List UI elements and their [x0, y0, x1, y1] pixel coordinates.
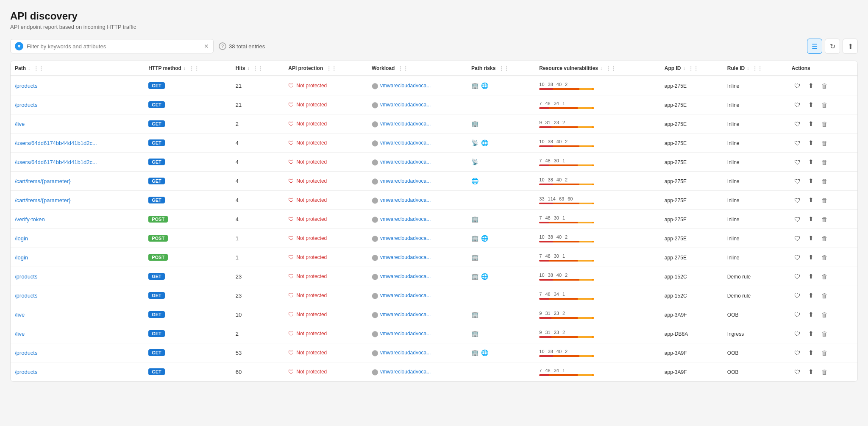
- delete-action-button[interactable]: 🗑: [819, 251, 831, 263]
- delete-action-button[interactable]: 🗑: [819, 213, 831, 225]
- path-link[interactable]: /users/64dd6174bb44d41b1d2c...: [15, 140, 97, 146]
- protect-action-button[interactable]: 🛡: [792, 309, 804, 320]
- workload-value[interactable]: vmwarecloudadvoca...: [380, 369, 431, 375]
- export-action-button[interactable]: ⬆: [805, 80, 817, 92]
- building-icon[interactable]: 🏢: [471, 216, 479, 223]
- workload-value[interactable]: vmwarecloudadvoca...: [380, 83, 431, 89]
- path-link[interactable]: /cart/items/{parameter}: [15, 178, 71, 184]
- col-resource-vulns[interactable]: Resource vulnerabilities ↕ ⋮⋮: [535, 61, 660, 76]
- building-icon[interactable]: 🏢: [471, 330, 479, 337]
- path-link[interactable]: /login: [15, 254, 28, 261]
- protect-action-button[interactable]: 🛡: [792, 175, 804, 187]
- building-icon[interactable]: 🏢: [471, 235, 479, 242]
- protect-action-button[interactable]: 🛡: [792, 80, 804, 92]
- export-action-button[interactable]: ⬆: [805, 309, 817, 320]
- protect-action-button[interactable]: 🛡: [792, 232, 804, 244]
- workload-value[interactable]: vmwarecloudadvoca...: [380, 235, 431, 241]
- export-action-button[interactable]: ⬆: [805, 99, 817, 111]
- globe-icon[interactable]: 🌐: [481, 139, 488, 146]
- delete-action-button[interactable]: 🗑: [819, 99, 831, 111]
- building-icon[interactable]: 🏢: [471, 120, 479, 127]
- export-action-button[interactable]: ⬆: [805, 251, 817, 263]
- table-view-button[interactable]: ☰: [807, 39, 822, 54]
- workload-value[interactable]: vmwarecloudadvoca...: [380, 216, 431, 222]
- protect-action-button[interactable]: 🛡: [792, 118, 804, 130]
- export-action-button[interactable]: ⬆: [805, 156, 817, 168]
- delete-action-button[interactable]: 🗑: [819, 175, 831, 187]
- export-action-button[interactable]: ⬆: [805, 118, 817, 130]
- export-action-button[interactable]: ⬆: [805, 175, 817, 187]
- building-icon[interactable]: 🏢: [471, 311, 479, 318]
- workload-value[interactable]: vmwarecloudadvoca...: [380, 140, 431, 146]
- workload-value[interactable]: vmwarecloudadvoca...: [380, 159, 431, 165]
- globe-icon[interactable]: 🌐: [481, 273, 488, 280]
- delete-action-button[interactable]: 🗑: [819, 347, 831, 359]
- globe-icon[interactable]: 🌐: [471, 178, 479, 184]
- path-link[interactable]: /products: [15, 292, 37, 299]
- path-link[interactable]: /products: [15, 83, 37, 89]
- delete-action-button[interactable]: 🗑: [819, 194, 831, 206]
- globe-icon[interactable]: 🌐: [481, 82, 488, 89]
- path-link[interactable]: /live: [15, 331, 25, 337]
- workload-value[interactable]: vmwarecloudadvoca...: [380, 121, 431, 127]
- path-link[interactable]: /live: [15, 312, 25, 318]
- path-link[interactable]: /live: [15, 121, 25, 127]
- globe-icon[interactable]: 🌐: [481, 235, 488, 242]
- workload-value[interactable]: vmwarecloudadvoca...: [380, 273, 431, 279]
- path-link[interactable]: /products: [15, 273, 37, 280]
- refresh-button[interactable]: ↻: [825, 39, 840, 54]
- delete-action-button[interactable]: 🗑: [819, 309, 831, 320]
- path-link[interactable]: /users/64dd6174bb44d41b1d2c...: [15, 159, 97, 165]
- path-link[interactable]: /products: [15, 350, 37, 356]
- protect-action-button[interactable]: 🛡: [792, 156, 804, 168]
- delete-action-button[interactable]: 🗑: [819, 270, 831, 282]
- wifi-icon[interactable]: 📡: [471, 139, 479, 146]
- globe-icon[interactable]: 🌐: [481, 349, 488, 356]
- col-path-risks[interactable]: Path risks ⋮⋮: [467, 61, 535, 76]
- col-method[interactable]: HTTP method ↕ ⋮⋮: [144, 61, 231, 76]
- export-action-button[interactable]: ⬆: [805, 328, 817, 340]
- workload-value[interactable]: vmwarecloudadvoca...: [380, 102, 431, 108]
- building-icon[interactable]: 🏢: [471, 349, 479, 356]
- delete-action-button[interactable]: 🗑: [819, 232, 831, 244]
- delete-action-button[interactable]: 🗑: [819, 328, 831, 340]
- protect-action-button[interactable]: 🛡: [792, 347, 804, 359]
- filter-input-wrap[interactable]: ▼ ✕: [10, 39, 214, 53]
- col-app-id[interactable]: App ID ↕ ⋮⋮: [660, 61, 723, 76]
- export-action-button[interactable]: ⬆: [805, 232, 817, 244]
- export-action-button[interactable]: ⬆: [805, 213, 817, 225]
- workload-value[interactable]: vmwarecloudadvoca...: [380, 312, 431, 317]
- delete-action-button[interactable]: 🗑: [819, 290, 831, 301]
- building-icon[interactable]: 🏢: [471, 254, 479, 261]
- col-hits[interactable]: Hits ↕ ⋮⋮: [231, 61, 284, 76]
- protect-action-button[interactable]: 🛡: [792, 290, 804, 301]
- export-action-button[interactable]: ⬆: [805, 290, 817, 301]
- export-action-button[interactable]: ⬆: [805, 137, 817, 149]
- building-icon[interactable]: 🏢: [471, 273, 479, 280]
- workload-value[interactable]: vmwarecloudadvoca...: [380, 292, 431, 298]
- building-icon[interactable]: 🏢: [471, 82, 479, 89]
- workload-value[interactable]: vmwarecloudadvoca...: [380, 178, 431, 184]
- col-path[interactable]: Path ↕ ⋮⋮: [11, 61, 144, 76]
- workload-value[interactable]: vmwarecloudadvoca...: [380, 331, 431, 337]
- path-link[interactable]: /products: [15, 369, 37, 375]
- path-link[interactable]: /verify-token: [15, 216, 45, 223]
- delete-action-button[interactable]: 🗑: [819, 80, 831, 92]
- protect-action-button[interactable]: 🛡: [792, 213, 804, 225]
- col-protection[interactable]: API protection ⋮⋮: [284, 61, 367, 76]
- export-action-button[interactable]: ⬆: [805, 270, 817, 282]
- path-link[interactable]: /products: [15, 102, 37, 108]
- protect-action-button[interactable]: 🛡: [792, 137, 804, 149]
- protect-action-button[interactable]: 🛡: [792, 99, 804, 111]
- protect-action-button[interactable]: 🛡: [792, 194, 804, 206]
- protect-action-button[interactable]: 🛡: [792, 251, 804, 263]
- col-rule-id[interactable]: Rule ID ↕ ⋮⋮: [723, 61, 787, 76]
- delete-action-button[interactable]: 🗑: [819, 137, 831, 149]
- path-link[interactable]: /login: [15, 235, 28, 242]
- protect-action-button[interactable]: 🛡: [792, 270, 804, 282]
- export-action-button[interactable]: ⬆: [805, 347, 817, 359]
- protect-action-button[interactable]: 🛡: [792, 366, 804, 378]
- wifi-icon[interactable]: 📡: [471, 159, 479, 165]
- delete-action-button[interactable]: 🗑: [819, 156, 831, 168]
- export-action-button[interactable]: ⬆: [805, 194, 817, 206]
